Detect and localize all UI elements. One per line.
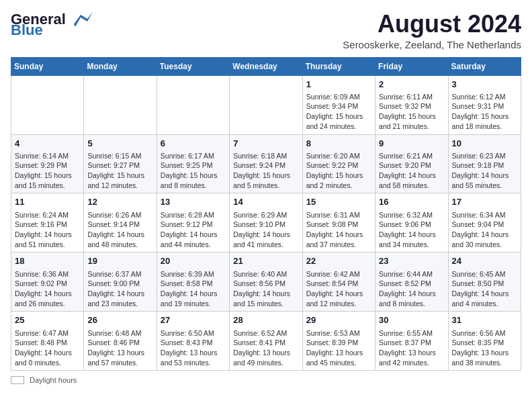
footer: Daylight hours <box>11 376 521 384</box>
day-info: Sunrise: 6:12 AM Sunset: 9:31 PM Dayligh… <box>452 92 517 132</box>
day-number: 3 <box>452 79 517 91</box>
day-number: 24 <box>452 255 517 267</box>
calendar-cell: 25Sunrise: 6:47 AM Sunset: 8:48 PM Dayli… <box>11 312 84 371</box>
calendar-cell: 4Sunrise: 6:14 AM Sunset: 9:29 PM Daylig… <box>11 134 84 193</box>
day-number: 16 <box>379 196 444 208</box>
calendar-table: SundayMondayTuesdayWednesdayThursdayFrid… <box>11 57 521 371</box>
day-number: 4 <box>15 138 80 150</box>
calendar-cell <box>157 75 229 134</box>
calendar-cell <box>11 75 84 134</box>
day-number: 30 <box>379 314 444 326</box>
day-number: 28 <box>233 314 298 326</box>
calendar-cell: 5Sunrise: 6:15 AM Sunset: 9:27 PM Daylig… <box>84 134 157 193</box>
calendar-cell: 12Sunrise: 6:26 AM Sunset: 9:14 PM Dayli… <box>84 193 157 253</box>
day-info: Sunrise: 6:42 AM Sunset: 8:54 PM Dayligh… <box>306 269 371 309</box>
day-info: Sunrise: 6:28 AM Sunset: 9:12 PM Dayligh… <box>161 210 226 250</box>
calendar-cell: 29Sunrise: 6:53 AM Sunset: 8:39 PM Dayli… <box>302 312 375 371</box>
day-info: Sunrise: 6:34 AM Sunset: 9:04 PM Dayligh… <box>452 210 517 250</box>
day-number: 29 <box>306 314 371 326</box>
col-header-monday: Monday <box>84 57 157 75</box>
title-block: August 2024 Serooskerke, Zeeland, The Ne… <box>343 11 521 50</box>
day-number: 31 <box>452 314 517 326</box>
calendar-cell: 2Sunrise: 6:11 AM Sunset: 9:32 PM Daylig… <box>375 75 448 134</box>
day-number: 18 <box>15 255 80 267</box>
calendar-cell: 8Sunrise: 6:20 AM Sunset: 9:22 PM Daylig… <box>302 134 375 193</box>
day-info: Sunrise: 6:52 AM Sunset: 8:41 PM Dayligh… <box>233 328 298 368</box>
calendar-header-row: SundayMondayTuesdayWednesdayThursdayFrid… <box>11 57 521 75</box>
day-info: Sunrise: 6:50 AM Sunset: 8:43 PM Dayligh… <box>161 328 226 368</box>
day-number: 9 <box>379 138 444 150</box>
day-info: Sunrise: 6:29 AM Sunset: 9:10 PM Dayligh… <box>233 210 298 250</box>
calendar-cell: 11Sunrise: 6:24 AM Sunset: 9:16 PM Dayli… <box>11 193 84 253</box>
day-number: 7 <box>233 138 298 150</box>
day-info: Sunrise: 6:31 AM Sunset: 9:08 PM Dayligh… <box>306 210 371 250</box>
col-header-friday: Friday <box>375 57 448 75</box>
calendar-cell: 21Sunrise: 6:40 AM Sunset: 8:56 PM Dayli… <box>230 253 302 312</box>
logo-blue: Blue <box>11 21 43 39</box>
day-number: 6 <box>161 138 226 150</box>
calendar-cell: 14Sunrise: 6:29 AM Sunset: 9:10 PM Dayli… <box>230 193 302 253</box>
day-info: Sunrise: 6:44 AM Sunset: 8:52 PM Dayligh… <box>379 269 444 309</box>
day-number: 2 <box>379 79 444 91</box>
calendar-cell: 27Sunrise: 6:50 AM Sunset: 8:43 PM Dayli… <box>157 312 229 371</box>
day-number: 8 <box>306 138 371 150</box>
col-header-tuesday: Tuesday <box>157 57 229 75</box>
calendar-cell: 22Sunrise: 6:42 AM Sunset: 8:54 PM Dayli… <box>302 253 375 312</box>
day-info: Sunrise: 6:53 AM Sunset: 8:39 PM Dayligh… <box>306 328 371 368</box>
calendar-cell: 9Sunrise: 6:21 AM Sunset: 9:20 PM Daylig… <box>375 134 448 193</box>
calendar-cell: 17Sunrise: 6:34 AM Sunset: 9:04 PM Dayli… <box>448 193 521 253</box>
day-info: Sunrise: 6:14 AM Sunset: 9:29 PM Dayligh… <box>15 151 80 191</box>
day-info: Sunrise: 6:18 AM Sunset: 9:24 PM Dayligh… <box>233 151 298 191</box>
day-info: Sunrise: 6:40 AM Sunset: 8:56 PM Dayligh… <box>233 269 298 309</box>
day-number: 5 <box>87 138 152 150</box>
col-header-wednesday: Wednesday <box>230 57 302 75</box>
calendar-cell: 10Sunrise: 6:23 AM Sunset: 9:18 PM Dayli… <box>448 134 521 193</box>
calendar-cell: 19Sunrise: 6:37 AM Sunset: 9:00 PM Dayli… <box>84 253 157 312</box>
calendar-week-row: 4Sunrise: 6:14 AM Sunset: 9:29 PM Daylig… <box>11 134 521 193</box>
calendar-cell: 6Sunrise: 6:17 AM Sunset: 9:25 PM Daylig… <box>157 134 229 193</box>
day-number: 17 <box>452 196 517 208</box>
day-info: Sunrise: 6:36 AM Sunset: 9:02 PM Dayligh… <box>15 269 80 309</box>
calendar-cell: 15Sunrise: 6:31 AM Sunset: 9:08 PM Dayli… <box>302 193 375 253</box>
calendar-week-row: 25Sunrise: 6:47 AM Sunset: 8:48 PM Dayli… <box>11 312 521 371</box>
calendar-week-row: 1Sunrise: 6:09 AM Sunset: 9:34 PM Daylig… <box>11 75 521 134</box>
calendar-cell: 24Sunrise: 6:45 AM Sunset: 8:50 PM Dayli… <box>448 253 521 312</box>
day-info: Sunrise: 6:56 AM Sunset: 8:35 PM Dayligh… <box>452 328 517 368</box>
day-info: Sunrise: 6:45 AM Sunset: 8:50 PM Dayligh… <box>452 269 517 309</box>
day-number: 19 <box>87 255 152 267</box>
day-number: 1 <box>306 79 371 91</box>
day-number: 22 <box>306 255 371 267</box>
day-info: Sunrise: 6:21 AM Sunset: 9:20 PM Dayligh… <box>379 151 444 191</box>
day-info: Sunrise: 6:24 AM Sunset: 9:16 PM Dayligh… <box>15 210 80 250</box>
day-number: 21 <box>233 255 298 267</box>
day-info: Sunrise: 6:26 AM Sunset: 9:14 PM Dayligh… <box>87 210 152 250</box>
day-info: Sunrise: 6:32 AM Sunset: 9:06 PM Dayligh… <box>379 210 444 250</box>
calendar-cell: 3Sunrise: 6:12 AM Sunset: 9:31 PM Daylig… <box>448 75 521 134</box>
calendar-week-row: 18Sunrise: 6:36 AM Sunset: 9:02 PM Dayli… <box>11 253 521 312</box>
logo-bird-icon <box>67 12 93 27</box>
day-number: 10 <box>452 138 517 150</box>
day-info: Sunrise: 6:23 AM Sunset: 9:18 PM Dayligh… <box>452 151 517 191</box>
header: General Blue August 2024 Serooskerke, Ze… <box>11 11 521 50</box>
calendar-cell: 31Sunrise: 6:56 AM Sunset: 8:35 PM Dayli… <box>448 312 521 371</box>
day-info: Sunrise: 6:37 AM Sunset: 9:00 PM Dayligh… <box>87 269 152 309</box>
day-number: 14 <box>233 196 298 208</box>
col-header-saturday: Saturday <box>448 57 521 75</box>
calendar-cell: 7Sunrise: 6:18 AM Sunset: 9:24 PM Daylig… <box>230 134 302 193</box>
day-number: 13 <box>161 196 226 208</box>
col-header-sunday: Sunday <box>11 57 84 75</box>
calendar-cell <box>84 75 157 134</box>
calendar-cell: 30Sunrise: 6:55 AM Sunset: 8:37 PM Dayli… <box>375 312 448 371</box>
day-number: 20 <box>161 255 226 267</box>
day-number: 11 <box>15 196 80 208</box>
calendar-cell: 28Sunrise: 6:52 AM Sunset: 8:41 PM Dayli… <box>230 312 302 371</box>
calendar-cell: 1Sunrise: 6:09 AM Sunset: 9:34 PM Daylig… <box>302 75 375 134</box>
col-header-thursday: Thursday <box>302 57 375 75</box>
day-info: Sunrise: 6:47 AM Sunset: 8:48 PM Dayligh… <box>15 328 80 368</box>
day-info: Sunrise: 6:39 AM Sunset: 8:58 PM Dayligh… <box>161 269 226 309</box>
calendar-cell <box>230 75 302 134</box>
calendar-cell: 16Sunrise: 6:32 AM Sunset: 9:06 PM Dayli… <box>375 193 448 253</box>
day-info: Sunrise: 6:15 AM Sunset: 9:27 PM Dayligh… <box>87 151 152 191</box>
calendar-cell: 20Sunrise: 6:39 AM Sunset: 8:58 PM Dayli… <box>157 253 229 312</box>
month-year-title: August 2024 <box>343 11 521 38</box>
